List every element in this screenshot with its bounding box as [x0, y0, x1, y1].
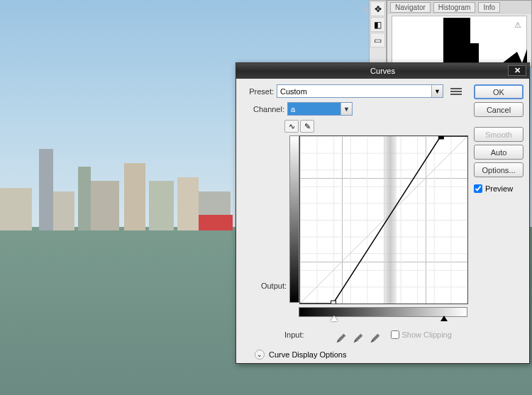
preset-label: Preset: — [242, 87, 274, 96]
white-point-slider[interactable] — [331, 316, 338, 321]
histogram-panel: Navigator Histogram Info ⚠ — [387, 0, 532, 67]
preset-menu-icon[interactable] — [450, 86, 462, 97]
close-button[interactable]: ✕ — [508, 65, 526, 76]
show-clipping-input[interactable] — [391, 330, 399, 339]
curve-display-options-toggle[interactable]: ⌄ Curve Display Options — [255, 350, 468, 360]
input-label: Input: — [284, 330, 304, 339]
curve-tool-icon[interactable]: ∿ — [284, 120, 299, 133]
black-eyedropper-icon[interactable] — [328, 326, 346, 343]
tool-strip: ✥ ◧ ▭ — [369, 0, 387, 64]
pencil-tool-icon[interactable]: ✎ — [300, 120, 314, 133]
tab-histogram[interactable]: Histogram — [433, 2, 476, 13]
show-clipping-label: Show Clipping — [402, 330, 452, 339]
preview-checkbox[interactable]: Preview — [474, 184, 523, 193]
gray-eyedropper-icon[interactable] — [345, 326, 363, 343]
preset-value: Custom — [277, 87, 431, 96]
options-button[interactable]: Options... — [474, 162, 523, 177]
tab-navigator[interactable]: Navigator — [390, 2, 431, 13]
dialog-titlebar[interactable]: Curves ✕ — [236, 63, 529, 79]
output-gradient — [289, 135, 299, 303]
cancel-button[interactable]: Cancel — [474, 102, 523, 117]
chevron-down-icon: ⌄ — [255, 350, 265, 360]
tool-button[interactable]: ◧ — [370, 17, 385, 32]
tool-button[interactable]: ▭ — [370, 33, 385, 48]
preview-input[interactable] — [474, 184, 482, 193]
tool-button[interactable]: ✥ — [370, 1, 385, 16]
curve-svg — [300, 136, 467, 304]
channel-value: a — [288, 105, 340, 113]
tab-info[interactable]: Info — [478, 2, 500, 13]
black-point-slider[interactable] — [440, 316, 448, 321]
channel-label: Channel: — [242, 105, 284, 113]
preset-dropdown[interactable]: Custom ▼ — [277, 84, 443, 98]
panel-tabs: Navigator Histogram Info — [387, 1, 531, 14]
input-sliders — [299, 317, 467, 324]
svg-rect-1 — [331, 301, 336, 304]
dialog-title: Curves — [370, 67, 395, 75]
show-clipping-checkbox[interactable]: Show Clipping — [391, 330, 452, 339]
channel-dropdown[interactable]: a ▼ — [287, 102, 353, 116]
output-label: Output: — [255, 282, 287, 290]
chevron-down-icon: ▼ — [340, 103, 352, 115]
svg-line-0 — [300, 136, 467, 304]
chevron-down-icon: ▼ — [431, 85, 443, 97]
expand-label: Curve Display Options — [269, 350, 346, 359]
curves-dialog: Curves ✕ Preset: Custom ▼ Channel: a ▼ ∿ — [235, 62, 530, 364]
auto-button[interactable]: Auto — [474, 145, 523, 160]
curve-grid[interactable] — [299, 135, 468, 304]
preview-label: Preview — [485, 184, 513, 193]
ok-button[interactable]: OK — [474, 84, 523, 99]
white-eyedropper-icon[interactable] — [362, 326, 380, 343]
svg-rect-2 — [438, 136, 443, 139]
smooth-button: Smooth — [474, 127, 523, 142]
warning-icon[interactable]: ⚠ — [514, 21, 524, 30]
histogram-graph — [392, 16, 527, 64]
